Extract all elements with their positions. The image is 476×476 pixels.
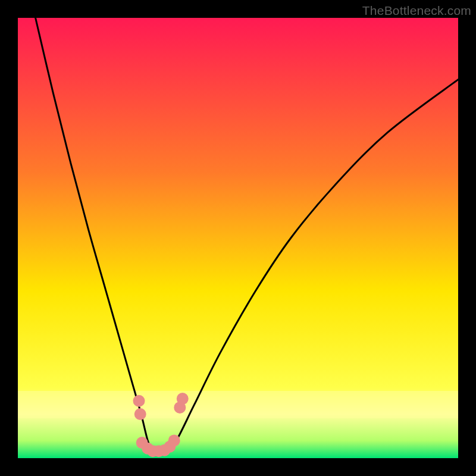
sample-point [133,395,145,407]
plot-area [18,18,458,458]
sample-point [168,434,180,446]
watermark-text: TheBottleneck.com [362,4,471,18]
sample-point [177,393,189,405]
sample-point [134,408,146,420]
highlight-band [18,391,458,418]
chart-svg [18,18,458,458]
chart-frame: TheBottleneck.com [0,0,476,476]
